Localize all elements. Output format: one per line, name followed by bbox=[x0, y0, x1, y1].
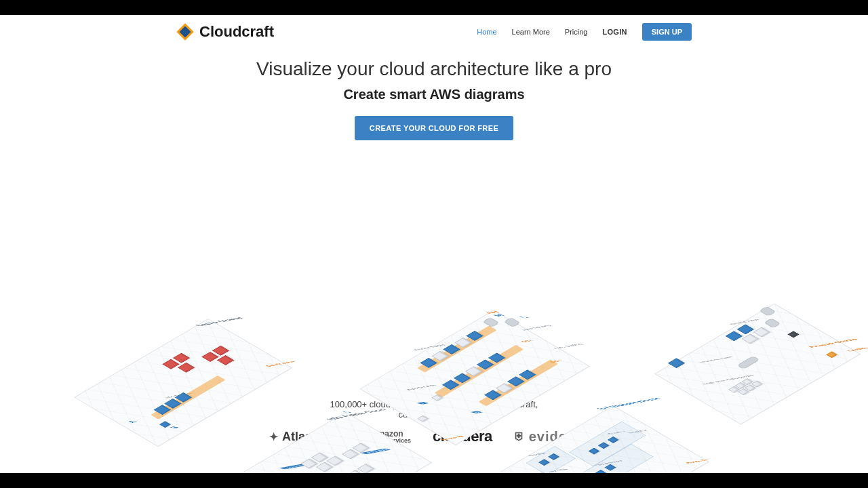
evident-icon: ⛨ bbox=[514, 430, 525, 443]
zone-label-b: B bbox=[167, 426, 182, 428]
hero-subhead: Create smart AWS diagrams bbox=[0, 87, 868, 102]
nav-pricing[interactable]: Pricing bbox=[565, 28, 588, 36]
asg-label-1: Auto Scaling bbox=[519, 325, 552, 331]
signup-button[interactable]: SIGN UP bbox=[642, 23, 692, 41]
asg-label-2: Auto Scaling bbox=[551, 343, 584, 349]
hero-headline: Visualize your cloud architecture like a… bbox=[0, 58, 868, 80]
letterbox-top bbox=[0, 0, 868, 15]
diagram-title: Cache Cluster bbox=[193, 317, 245, 327]
zone-a-badge: A bbox=[417, 402, 429, 405]
nav-learn-more[interactable]: Learn More bbox=[512, 28, 550, 36]
letterbox-bottom bbox=[0, 473, 868, 488]
worker-nodes-label: Worker Nodes bbox=[412, 344, 448, 350]
site-header: Cloudcraft Home Learn More Pricing LOGIN… bbox=[0, 15, 868, 46]
brand-logo-icon bbox=[176, 23, 194, 41]
route53-accent: Route 53 bbox=[684, 459, 710, 464]
ec2-accent-1: EC2 bbox=[519, 340, 534, 342]
cta-create-cloud-button[interactable]: CREATE YOUR CLOUD FOR FREE bbox=[355, 116, 513, 140]
brand[interactable]: Cloudcraft bbox=[176, 23, 274, 41]
atlassian-icon: ✦ bbox=[269, 430, 278, 443]
route53-accent: Route 53 bbox=[440, 435, 466, 440]
nav-home[interactable]: Home bbox=[477, 28, 496, 36]
elasticache-accent: ElastiCache bbox=[264, 361, 297, 367]
lambda-accent: Lambda bbox=[846, 347, 868, 352]
web-servers-label: Web Servers bbox=[404, 384, 437, 390]
brand-name: Cloudcraft bbox=[199, 23, 274, 41]
zone-label-a: A bbox=[125, 420, 140, 423]
top-nav: Home Learn More Pricing LOGIN SIGN UP bbox=[477, 23, 692, 41]
example-diagrams: Cache Cluster A B API Servers ElastiCach… bbox=[0, 152, 868, 396]
m-badge: M bbox=[491, 314, 507, 317]
nav-login[interactable]: LOGIN bbox=[602, 28, 627, 36]
stream-to-bucket-label: Stream to bucket bbox=[698, 356, 734, 363]
hero: Visualize your cloud architecture like a… bbox=[0, 58, 868, 140]
kinesis-brand-accent: Amazon Kinesis bbox=[806, 338, 860, 348]
zone-b-badge: B bbox=[471, 411, 483, 413]
s-badge: S bbox=[517, 316, 532, 319]
